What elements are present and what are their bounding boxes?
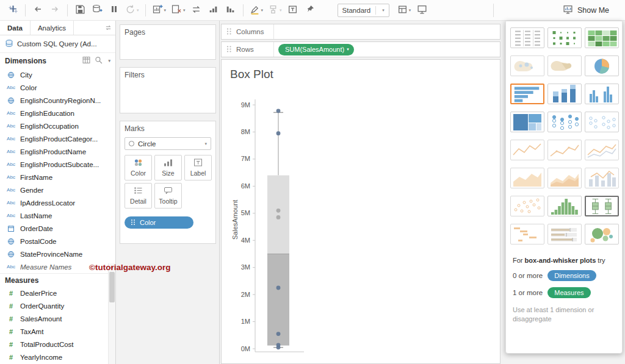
marks-label-button[interactable]: Label bbox=[184, 155, 212, 180]
box-plot-chart: 9M8M7M6M5M4M3M2M1M0M bbox=[222, 60, 500, 363]
add-datasource-button[interactable] bbox=[89, 2, 105, 18]
show-cards-button[interactable]: ▾ bbox=[396, 2, 413, 18]
pages-shelf[interactable]: Pages bbox=[120, 24, 216, 60]
showme-scatter-plot[interactable] bbox=[510, 196, 544, 216]
search-icon[interactable] bbox=[95, 56, 103, 66]
showme-gantt[interactable] bbox=[510, 224, 544, 244]
mark-type-dropdown[interactable]: Circle ▾ bbox=[125, 137, 211, 150]
showme-circle-view[interactable] bbox=[547, 112, 582, 132]
showme-symbol-map[interactable] bbox=[510, 55, 544, 76]
showme-filled-map[interactable] bbox=[547, 55, 582, 76]
dimension-field-englishproductcategor[interactable]: AbcEnglishProductCategor... bbox=[0, 132, 115, 145]
showme-dual-line[interactable] bbox=[585, 140, 619, 160]
pane-menu-icon[interactable]: ▾ bbox=[108, 59, 110, 63]
dimension-field-gender[interactable]: AbcGender bbox=[0, 184, 115, 196]
showme-dual-combination[interactable] bbox=[585, 168, 619, 188]
measure-field-yearlyincome[interactable]: #YearlyIncome bbox=[0, 351, 115, 363]
dimension-field-city[interactable]: City bbox=[0, 68, 115, 81]
pill-grip-icon bbox=[131, 219, 135, 227]
refresh-button[interactable]: ▾ bbox=[123, 2, 141, 18]
dimension-field-postalcode[interactable]: PostalCode bbox=[0, 235, 115, 248]
dimension-field-englishcountryregionn[interactable]: EnglishCountryRegionN... bbox=[0, 94, 115, 107]
show-me-panel: For box-and-whisker plots try 0 or more … bbox=[505, 21, 623, 354]
color-pill[interactable]: Color bbox=[125, 216, 193, 229]
dimension-field-englishproductname[interactable]: AbcEnglishProductName bbox=[0, 145, 115, 158]
color-pill-label: Color bbox=[140, 219, 156, 226]
datasource-item[interactable]: Custom SQL Query (Ad... bbox=[0, 35, 115, 52]
dimension-field-lastname[interactable]: AbcLastName bbox=[0, 209, 115, 222]
marks-color-button[interactable]: Color bbox=[125, 155, 152, 180]
marks-tooltip-button[interactable]: Tooltip bbox=[154, 183, 182, 209]
showme-horizontal-bar[interactable] bbox=[510, 84, 544, 104]
showme-line-continuous[interactable] bbox=[510, 140, 544, 160]
grip-icon bbox=[226, 27, 232, 37]
sort-descending-button[interactable] bbox=[223, 2, 239, 18]
sort-ascending-button[interactable] bbox=[206, 2, 222, 18]
showme-area-discrete[interactable] bbox=[547, 168, 582, 188]
pin-button[interactable] bbox=[302, 2, 318, 18]
presentation-button[interactable] bbox=[414, 2, 430, 18]
dimension-field-englishoccupation[interactable]: AbcEnglishOccupation bbox=[0, 120, 115, 132]
showme-stacked-bar[interactable] bbox=[547, 84, 582, 104]
chevron-down-icon: ▾ bbox=[409, 8, 411, 13]
redo-button[interactable] bbox=[47, 2, 63, 18]
show-me-button[interactable]: Show Me bbox=[557, 0, 620, 20]
rows-shelf[interactable]: Rows SUM(SalesAmount) ▾ bbox=[221, 41, 500, 57]
showme-highlight-table[interactable] bbox=[585, 27, 619, 48]
swap-panes-icon[interactable] bbox=[101, 21, 115, 35]
new-worksheet-icon bbox=[152, 4, 163, 16]
showme-area-continuous[interactable] bbox=[510, 168, 544, 188]
measure-field-dealerprice[interactable]: #DealerPrice bbox=[0, 287, 115, 299]
highlight-button[interactable]: ▾ bbox=[248, 2, 266, 18]
measure-field-salesamount[interactable]: #SalesAmount bbox=[0, 312, 115, 325]
dimension-field-orderdate[interactable]: OrderDate bbox=[0, 222, 115, 235]
swap-axes-button[interactable] bbox=[189, 2, 204, 18]
chevron-down-icon: ▾ bbox=[137, 8, 139, 13]
marks-detail-button[interactable]: Detail bbox=[125, 183, 152, 209]
showme-heat-map[interactable] bbox=[547, 27, 582, 48]
format-button[interactable]: ▾ bbox=[266, 2, 284, 18]
svg-text:0M: 0M bbox=[241, 345, 250, 352]
showme-line-discrete[interactable] bbox=[547, 140, 582, 160]
globe-icon bbox=[6, 71, 16, 79]
dimension-field-ipaddresslocator[interactable]: AbcIpAddressLocator bbox=[0, 196, 115, 209]
tab-data[interactable]: Data bbox=[0, 21, 31, 35]
dimension-field-englisheducation[interactable]: AbcEnglishEducation bbox=[0, 107, 115, 120]
showme-packed-bubbles[interactable] bbox=[585, 224, 619, 244]
filters-shelf[interactable]: Filters bbox=[120, 67, 216, 113]
svg-text:5M: 5M bbox=[241, 209, 250, 216]
marks-size-button[interactable]: Size bbox=[154, 155, 182, 180]
showme-pie-chart[interactable] bbox=[585, 55, 619, 76]
tableau-logo-button[interactable] bbox=[5, 2, 21, 18]
pause-updates-button[interactable] bbox=[106, 2, 122, 18]
scrollbar-thumb[interactable] bbox=[109, 272, 115, 302]
pause-updates-icon bbox=[109, 4, 119, 16]
showme-side-by-side-bar[interactable] bbox=[585, 84, 619, 104]
measure-field-orderquantity[interactable]: #OrderQuantity bbox=[0, 299, 115, 312]
tab-analytics[interactable]: Analytics bbox=[31, 21, 74, 35]
showme-bullet-graph[interactable] bbox=[547, 224, 582, 244]
rows-pill-sum-salesamount[interactable]: SUM(SalesAmount) ▾ bbox=[278, 44, 354, 55]
showme-histogram[interactable] bbox=[547, 196, 582, 216]
showme-text-table[interactable] bbox=[510, 27, 544, 48]
measure-field-totalproductcost[interactable]: #TotalProductCost bbox=[0, 338, 115, 351]
save-button[interactable] bbox=[72, 2, 88, 18]
showme-box-and-whisker[interactable] bbox=[585, 196, 619, 216]
dimension-field-firstname[interactable]: AbcFirstName bbox=[0, 171, 115, 184]
clear-sheet-button[interactable]: ▾ bbox=[169, 2, 187, 18]
pin-icon bbox=[305, 4, 315, 16]
dimension-field-englishproductsubcate[interactable]: AbcEnglishProductSubcate... bbox=[0, 158, 115, 171]
columns-shelf[interactable]: Columns bbox=[221, 24, 500, 40]
view-data-icon[interactable] bbox=[82, 56, 90, 66]
measure-field-taxamt[interactable]: #TaxAmt bbox=[0, 325, 115, 338]
dimension-field-stateprovincename[interactable]: StateProvinceName bbox=[0, 248, 115, 260]
mark-labels-button[interactable] bbox=[285, 2, 301, 18]
showme-treemap[interactable] bbox=[510, 112, 544, 132]
fit-dropdown[interactable]: Standard ▾ bbox=[338, 4, 389, 17]
svg-text:6M: 6M bbox=[241, 182, 250, 190]
undo-button[interactable] bbox=[30, 2, 46, 18]
new-worksheet-button[interactable]: ▾ bbox=[150, 2, 168, 18]
showme-side-by-side-circle[interactable] bbox=[585, 112, 619, 132]
dimension-field-color[interactable]: AbcColor bbox=[0, 81, 115, 94]
fields-scrollbar[interactable]: ▲ bbox=[108, 263, 115, 364]
